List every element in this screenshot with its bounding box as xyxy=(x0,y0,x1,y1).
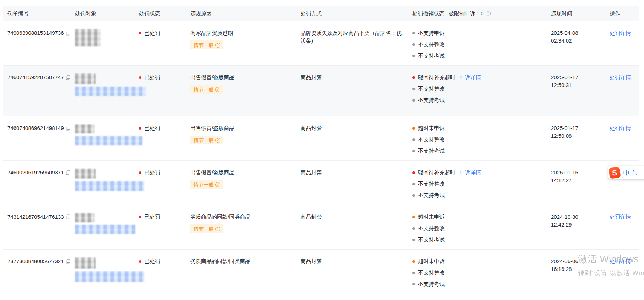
table-row: 7490639088153149736已处罚商家品牌资质过期情节一般?品牌资质失… xyxy=(3,21,639,66)
penalty-target-cell xyxy=(71,205,135,240)
penalty-table: 罚单编号 处罚对象 处罚状态 违规原因 处罚方式 处罚撤销状态 被限制申诉：0 … xyxy=(3,6,639,300)
sogou-logo-icon[interactable]: S xyxy=(608,167,621,179)
status-dot-icon xyxy=(139,32,141,34)
appeal-detail-link[interactable]: 申诉详情 xyxy=(460,73,481,81)
penalty-id-value: 7460741592207507747 xyxy=(7,73,64,81)
violation-reason-text: 出售假冒/盗版商品 xyxy=(190,124,291,132)
blurred-merchant-name xyxy=(75,29,101,46)
ime-punctuation-icon[interactable]: °, xyxy=(633,170,638,175)
violation-reason-text: 劣质商品的同款/同类商品 xyxy=(190,213,291,221)
blurred-target-link[interactable] xyxy=(75,87,146,96)
revoke-status-label: 不支持整改 xyxy=(418,136,445,143)
penalty-id-value: 7460740869621498149 xyxy=(7,124,64,132)
revoke-status-label: 不支持考试 xyxy=(418,147,445,155)
blurred-target-link[interactable] xyxy=(75,271,144,282)
penalty-detail-link[interactable]: 处罚详情 xyxy=(610,258,631,264)
revoke-status-cell: 超时未申诉不支持整改不支持考试 xyxy=(408,116,547,160)
ime-mode-chinese[interactable]: 中 xyxy=(623,169,629,177)
penalty-id-value: 7460020619259609371 xyxy=(7,169,64,176)
question-circle-icon[interactable]: ? xyxy=(215,138,220,143)
question-circle-icon[interactable]: ? xyxy=(215,87,220,92)
col-header-actions-label: 操作 xyxy=(610,10,620,17)
violation-reason-text: 商家品牌资质过期 xyxy=(190,29,291,37)
blurred-target-link[interactable] xyxy=(75,136,142,145)
severity-tag-label: 情节一般 xyxy=(194,86,213,93)
penalty-method-cell: 品牌资质失效及对应商品下架（品牌名：优沃朵) xyxy=(296,21,408,50)
col-header-reason-label: 违规原因 xyxy=(190,10,212,17)
status-dot-icon xyxy=(412,171,415,174)
violation-time-cell: 2024-10-3012:42:29 xyxy=(547,205,605,234)
violation-reason-text: 出售假冒/盗版商品 xyxy=(190,73,291,81)
penalty-detail-link[interactable]: 处罚详情 xyxy=(610,74,631,80)
revoke-status-label: 驳回待补充超时 xyxy=(418,73,455,81)
penalty-detail-link[interactable]: 处罚详情 xyxy=(610,125,631,131)
revoke-status-item: 不支持整改 xyxy=(412,136,542,143)
copy-icon[interactable] xyxy=(66,75,71,80)
copy-icon[interactable] xyxy=(66,259,71,264)
blurred-merchant-name xyxy=(75,73,96,84)
table-row: 7377300848005677321已处罚劣质商品的同款/同类商品商品封禁超时… xyxy=(3,250,639,294)
question-circle-icon[interactable]: ? xyxy=(215,227,220,231)
sogou-logo-letter: S xyxy=(612,168,617,177)
question-circle-icon[interactable]: ? xyxy=(215,43,220,48)
restricted-appeal-link[interactable]: 被限制申诉：0 xyxy=(449,10,483,17)
question-circle-icon[interactable]: ? xyxy=(486,11,491,16)
status-label: 已处罚 xyxy=(144,169,160,176)
col-header-actions: 操作 xyxy=(605,10,639,17)
col-header-violation-time-label: 违规时间 xyxy=(551,10,572,17)
penalty-status-cell: 已处罚 xyxy=(135,21,186,43)
status-dot-icon xyxy=(412,138,415,141)
revoke-status-item: 不支持整改 xyxy=(412,40,542,48)
penalty-method-text: 商品封禁 xyxy=(301,257,403,265)
status-dot-icon xyxy=(139,216,141,218)
revoke-status-label: 超时未申诉 xyxy=(418,124,445,132)
violation-time-cell: 2025-01-1712:50:31 xyxy=(547,66,605,95)
penalty-id-cell: 7490639088153149736 xyxy=(3,21,71,43)
severity-tag-label: 情节一般 xyxy=(194,225,213,233)
violation-reason-cell: 出售假冒/盗版商品情节一般? xyxy=(186,116,296,150)
copy-icon[interactable] xyxy=(66,31,71,36)
revoke-status-item: 超时未申诉 xyxy=(412,124,542,132)
penalty-status-cell: 已处罚 xyxy=(135,66,186,87)
revoke-status-item: 超时未申诉 xyxy=(412,257,542,265)
status-dot-icon xyxy=(139,260,141,263)
penalty-target-cell xyxy=(71,161,135,197)
penalty-target-cell xyxy=(71,66,135,102)
appeal-detail-link[interactable]: 申诉详情 xyxy=(460,169,481,176)
status-label: 已处罚 xyxy=(144,124,160,132)
col-header-violation-time: 违规时间 xyxy=(547,10,605,17)
severity-tag-label: 情节一般 xyxy=(194,136,213,144)
question-circle-icon[interactable]: ? xyxy=(215,182,220,187)
penalty-detail-link[interactable]: 处罚详情 xyxy=(610,214,631,220)
blurred-target-link[interactable] xyxy=(75,181,144,191)
blurred-target-link[interactable] xyxy=(75,225,135,234)
penalty-id-cell: 7460741592207507747 xyxy=(3,66,71,87)
copy-icon[interactable] xyxy=(66,214,71,219)
status-dot-icon xyxy=(412,127,415,130)
penalty-detail-link[interactable]: 处罚详情 xyxy=(610,30,631,36)
col-header-revoke-label: 处罚撤销状态 xyxy=(412,10,444,17)
penalty-id-cell: 7460740869621498149 xyxy=(3,116,71,138)
penalty-method-cell: 商品封禁 xyxy=(296,294,408,300)
revoke-status-item: 不支持申诉 xyxy=(412,29,542,37)
col-header-revoke-status: 处罚撤销状态 被限制申诉：0 ? xyxy=(408,10,547,17)
penalty-id-cell: 7460020619259609371 xyxy=(3,161,71,182)
violation-reason-cell: 劣质商品的同款/同类商品 xyxy=(186,294,296,300)
violation-reason-text: 出售假冒/盗版商品 xyxy=(190,169,291,176)
severity-tag: 情节一般? xyxy=(190,40,223,49)
copy-icon[interactable] xyxy=(66,126,71,131)
copy-icon[interactable] xyxy=(66,170,71,175)
revoke-status-item: 不支持整改 xyxy=(412,85,542,93)
penalty-method-text: 商品封禁 xyxy=(301,213,403,221)
penalty-target-cell xyxy=(71,21,135,52)
col-header-method-label: 处罚方式 xyxy=(301,10,322,17)
actions-cell: 处罚详情 xyxy=(605,294,639,300)
severity-tag: 情节一般? xyxy=(190,180,223,189)
status-dot-icon xyxy=(139,127,141,130)
status-dot-icon xyxy=(412,272,415,274)
ime-toolbar[interactable]: S 中 °, xyxy=(608,166,644,179)
penalty-id-value: 7377300848005677321 xyxy=(7,257,64,265)
status-dot-icon xyxy=(139,171,141,174)
violation-clock: 12:42:29 xyxy=(551,221,600,229)
revoke-status-cell: 不支持申诉不支持整改不支持考试 xyxy=(408,21,547,65)
